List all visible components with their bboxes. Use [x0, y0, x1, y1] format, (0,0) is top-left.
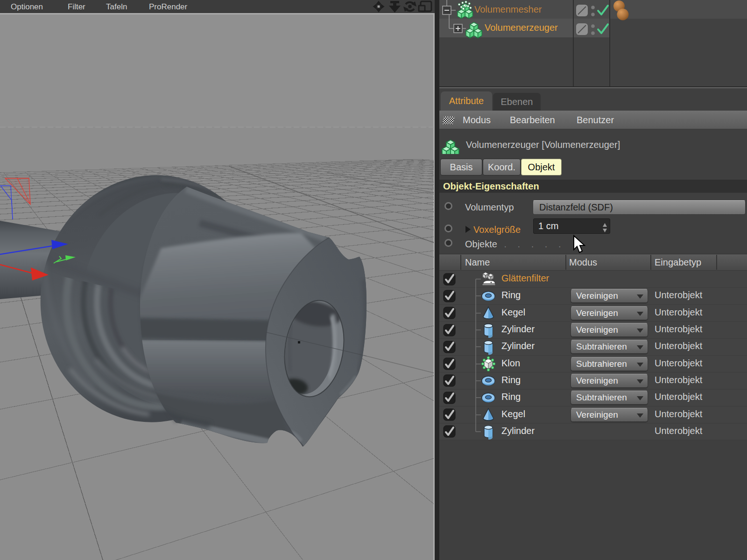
svg-text:Tafeln: Tafeln — [106, 2, 127, 11]
svg-text:Filter: Filter — [68, 2, 85, 11]
svg-text:ProRender: ProRender — [149, 2, 188, 11]
svg-text:Optionen: Optionen — [11, 2, 43, 11]
